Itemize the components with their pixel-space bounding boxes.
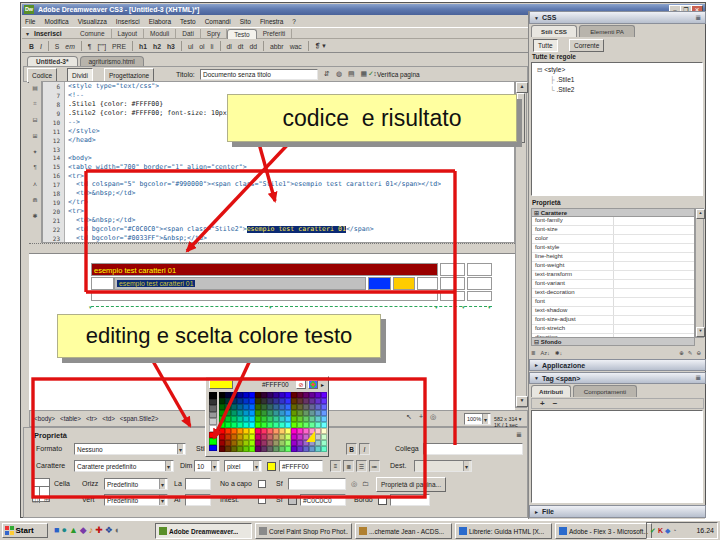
css-props-scrollbar[interactable]: ▲ ▼ <box>695 208 704 338</box>
code-line[interactable]: 6 <style type="text/css"> <box>43 82 514 91</box>
coding-toolbar-icon[interactable]: ⋒ <box>29 196 41 212</box>
code-design-splitter[interactable] <box>29 243 515 254</box>
menu-item[interactable]: Sito <box>240 18 251 25</box>
format-button[interactable]: h2 <box>150 43 164 50</box>
code-line[interactable]: 19 </tr> <box>43 198 514 207</box>
border-input[interactable] <box>390 494 430 506</box>
insert-tab[interactable]: Moduli <box>144 29 176 39</box>
css-property-row[interactable]: font <box>532 298 694 307</box>
coding-toolbar-icon[interactable]: ▤ <box>29 84 41 100</box>
tag-panel-content[interactable] <box>531 410 703 503</box>
font-select[interactable]: Carattere predefinito <box>74 460 174 472</box>
coding-toolbar-icon[interactable]: ⊞ <box>29 132 41 148</box>
format-button[interactable]: h1 <box>136 43 150 50</box>
format-button[interactable]: abbr <box>267 43 287 50</box>
scroll-down-icon[interactable]: ▼ <box>696 327 705 337</box>
header-checkbox[interactable] <box>258 496 266 504</box>
file-panel-header[interactable]: ► File <box>529 505 706 518</box>
folder-icon[interactable]: 🗀 <box>362 480 369 487</box>
bg-color-swatch[interactable] <box>288 496 297 505</box>
task-button[interactable]: Adobe Dreamweaver... <box>155 523 252 539</box>
page-properties-button[interactable]: Proprietà di pagina... <box>376 477 446 492</box>
css-property-row[interactable]: font-variant <box>532 280 694 289</box>
quicklaunch-icon[interactable]: ◆ <box>80 524 87 537</box>
unit-select[interactable]: pixel <box>224 460 262 472</box>
quicklaunch-icon[interactable]: ■ <box>54 524 59 537</box>
size-select[interactable]: 10 <box>194 460 220 472</box>
websafe-palette[interactable] <box>219 392 327 452</box>
tree-node-rule[interactable]: ├ .Stile1 <box>550 76 575 86</box>
format-button[interactable]: ol <box>196 43 207 50</box>
format-button[interactable] <box>81 41 82 51</box>
css-toolbar-icon[interactable]: ⊕ <box>679 350 684 356</box>
quicklaunch-icon[interactable]: ❖ <box>105 524 113 537</box>
css-category-background[interactable]: ⊟ Sfondo <box>531 337 695 346</box>
insert-tab[interactable]: Layout <box>112 29 145 39</box>
task-button[interactable]: ...chemate Jean - ACDS... <box>355 523 452 539</box>
tree-node-rule[interactable]: └ .Stile2 <box>550 86 575 96</box>
format-button[interactable]: dt <box>235 43 247 50</box>
format-button[interactable] <box>48 41 49 51</box>
align-button[interactable]: ☰ <box>356 460 367 472</box>
css-toolbar-icon[interactable]: Az↓ <box>541 350 550 356</box>
doc-toolbar-icon[interactable]: ◍ <box>336 70 342 78</box>
coding-toolbar-icon[interactable]: ✱ <box>29 212 41 228</box>
css-property-row[interactable]: font-style <box>532 244 694 253</box>
format-button[interactable] <box>132 41 133 51</box>
css-property-row[interactable]: font-weight <box>532 262 694 271</box>
format-button[interactable] <box>220 41 221 51</box>
tag-selector-item[interactable]: <body> <box>34 415 55 422</box>
text-color-swatch[interactable] <box>267 462 276 471</box>
format-button[interactable]: em <box>62 43 77 50</box>
all-button[interactable]: Tutte <box>533 39 558 52</box>
format-button[interactable]: dl <box>224 43 235 50</box>
tab-ap-elements[interactable]: Elementi PA <box>579 25 635 37</box>
align-button[interactable]: ≡ <box>330 460 341 472</box>
document-tab[interactable]: agriturismo.html <box>80 56 144 66</box>
application-panel-header[interactable]: ► Applicazione <box>529 359 706 371</box>
code-line[interactable]: 15 <table width="700" border="1" align="… <box>43 162 514 171</box>
add-icon[interactable]: + <box>540 399 545 408</box>
table-cell-blue[interactable] <box>368 277 391 290</box>
horizontal-select[interactable]: Predefinito <box>104 478 168 490</box>
target-select[interactable] <box>414 460 472 472</box>
css-property-row[interactable]: font-size <box>532 226 694 235</box>
code-line[interactable]: 22 <td bgcolor="#C0C0C0"><span class="St… <box>43 225 514 234</box>
css-category-font[interactable]: ⊞ Carattere <box>531 208 695 217</box>
picker-expand-icon[interactable]: ▸ <box>321 381 324 388</box>
coding-toolbar-icon[interactable]: ⋏ <box>29 180 41 196</box>
code-line[interactable]: 23 <td bgcolor="#0033FF">&nbsp;</td> <box>43 234 514 243</box>
menu-item[interactable]: ? <box>292 18 296 25</box>
css-property-row[interactable]: font-stretch <box>532 325 694 334</box>
panel-menu-icon[interactable]: ≣ <box>695 14 701 22</box>
format-button[interactable]: h3 <box>164 43 178 50</box>
tab-css-styles[interactable]: Stili CSS <box>531 25 577 37</box>
doc-toolbar-icon[interactable]: ⇵ <box>324 70 330 78</box>
css-property-row[interactable]: line-height <box>532 253 694 262</box>
css-toolbar-icon[interactable]: ⊖ <box>696 350 701 356</box>
format-select[interactable]: Nessuno <box>74 443 186 455</box>
status-tool-icon[interactable]: ◎ <box>430 413 436 421</box>
insert-tab[interactable]: Comune <box>74 29 112 39</box>
tab-attributes[interactable]: Attributi <box>531 385 571 397</box>
italic-button[interactable]: I <box>359 443 370 455</box>
height-input[interactable] <box>185 494 211 506</box>
scroll-up-icon[interactable]: ▲ <box>696 209 705 219</box>
tag-selector-item[interactable]: <td> <box>102 415 115 422</box>
menu-item[interactable]: Modifica <box>44 18 68 25</box>
insert-tab[interactable]: Spry <box>201 29 227 39</box>
css-toolbar-icon[interactable]: ≣ <box>531 350 536 356</box>
tab-behaviors[interactable]: Comportamenti <box>573 385 637 397</box>
default-color-button[interactable]: ⊘ <box>296 380 306 389</box>
table-cell-empty[interactable] <box>91 277 114 290</box>
css-property-row[interactable]: font-family <box>532 217 694 226</box>
code-line[interactable]: 18 <td>&nbsp;</td> <box>43 189 514 198</box>
format-button[interactable]: I <box>37 43 45 50</box>
task-button[interactable]: Adobe - Flex 3 - Microsoft... <box>555 523 652 539</box>
table-cell-empty[interactable] <box>91 291 438 301</box>
code-line[interactable]: 20 <tr> <box>43 207 514 216</box>
color-wheel-button[interactable] <box>308 380 318 389</box>
nowrap-checkbox[interactable] <box>258 480 266 488</box>
format-button[interactable] <box>308 41 309 51</box>
css-property-row[interactable]: font-size-adjust <box>532 316 694 325</box>
